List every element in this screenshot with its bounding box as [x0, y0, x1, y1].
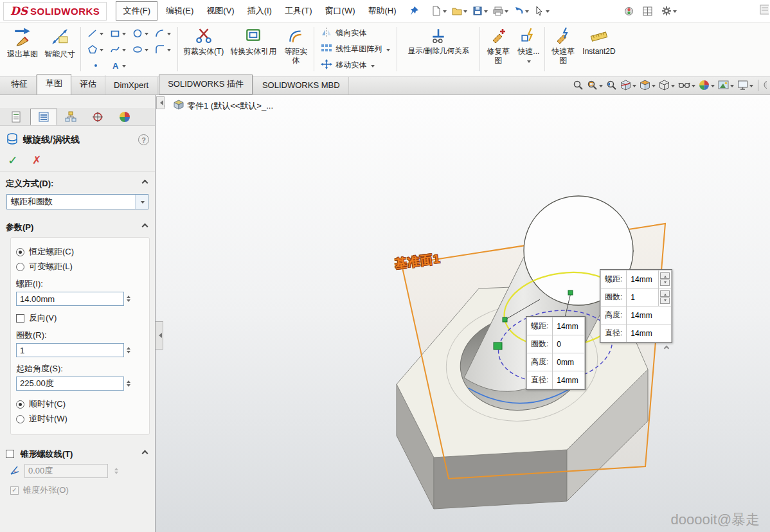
pitch-callout-spinner-up[interactable] — [660, 272, 670, 279]
linear-sketch-pattern-button[interactable]: 线性草图阵列 — [319, 42, 392, 57]
tab-features[interactable]: 特征 — [3, 75, 37, 94]
rebuild-icon[interactable] — [622, 4, 636, 18]
pitch-callout-spinner-down[interactable] — [660, 279, 670, 286]
pitch-input[interactable]: 14.00mm — [16, 292, 124, 306]
menu-insert[interactable]: 插入(I) — [241, 2, 278, 20]
zoom-fit-button[interactable] — [572, 78, 584, 92]
spline-tool[interactable] — [107, 41, 129, 57]
menu-file[interactable]: 文件(F) — [116, 1, 157, 21]
text-tool[interactable]: A — [107, 57, 129, 73]
graphics-area[interactable]: 零件1 (默认<<默认>_... 基准面1 螺距:14mm 圈数:0 高度:0m… — [156, 95, 770, 532]
ellipse-tool[interactable] — [129, 41, 152, 57]
definition-section-header[interactable]: 定义方式(D): — [0, 172, 155, 192]
revolutions-callout-spinner-up[interactable] — [660, 290, 670, 297]
polygon-tool[interactable] — [84, 41, 107, 57]
offset-entities-button[interactable]: 等距实体 — [280, 25, 312, 67]
help-icon[interactable]: ? — [138, 134, 149, 145]
drag-handle[interactable] — [494, 342, 502, 350]
pin-menu-icon[interactable] — [409, 6, 419, 16]
move-entities-button[interactable]: 移动实体 — [319, 58, 392, 73]
taper-angle-row: 0.00度 — [9, 464, 148, 478]
revolutions-input[interactable]: 1 — [16, 343, 124, 357]
view-settings-button[interactable] — [737, 78, 754, 92]
configurationmanager-tab[interactable] — [57, 109, 84, 125]
undo-button[interactable] — [512, 4, 531, 18]
toolbar-overflow-icon[interactable] — [760, 4, 769, 18]
circle-tool[interactable] — [129, 25, 152, 41]
rectangle-tool[interactable] — [107, 25, 129, 41]
callout-collapse-button[interactable] — [661, 344, 672, 352]
clockwise-radio[interactable]: 顺时针(C) — [16, 398, 144, 410]
display-pane-toggle[interactable] — [156, 96, 165, 109]
taper-section-header[interactable]: 锥形螺纹线(T) — [0, 443, 155, 463]
start-angle-spinner[interactable] — [127, 378, 130, 389]
quick-snaps-button[interactable]: 快速... — [514, 25, 542, 67]
reverse-checkbox[interactable]: 反向(V) — [16, 312, 144, 324]
mirror-entities-button[interactable]: 镜向实体 — [319, 26, 392, 40]
apply-scene-button[interactable] — [717, 78, 735, 92]
smart-dimension-button[interactable]: 智能尺寸 — [41, 25, 78, 60]
open-document-button[interactable] — [450, 4, 469, 18]
repair-sketch-button[interactable]: 修复草图 — [482, 25, 514, 67]
convert-entities-button[interactable]: 转换实体引用 — [227, 25, 280, 58]
dimxpertmanager-tab[interactable] — [84, 109, 111, 125]
rapid-sketch-button[interactable]: 快速草图 — [547, 25, 579, 67]
tab-addins[interactable]: SOLIDWORKS 插件 — [159, 75, 253, 94]
arc-tool[interactable] — [152, 25, 174, 41]
flyout-feature-tree[interactable]: 零件1 (默认<<默认>_... — [162, 100, 273, 112]
menu-edit[interactable]: 编辑(E) — [159, 2, 200, 20]
ok-button[interactable]: ✓ — [8, 153, 18, 167]
menu-help[interactable]: 帮助(H) — [362, 2, 403, 20]
edit-appearance-button[interactable] — [698, 78, 715, 92]
definition-dropdown[interactable]: 螺距和圈数 — [6, 194, 148, 209]
cancel-button[interactable]: ✗ — [32, 154, 41, 166]
print-button[interactable] — [491, 4, 510, 18]
tab-mbd[interactable]: SOLIDWORKS MBD — [254, 77, 349, 94]
logo-ds: DS — [10, 4, 28, 17]
menu-tools[interactable]: 工具(T) — [278, 2, 319, 20]
view-orientation-button[interactable] — [639, 78, 656, 92]
exit-sketch-button[interactable]: 退出草图 — [4, 25, 41, 60]
start-angle-input[interactable]: 225.00度 — [16, 377, 124, 391]
line-tool[interactable] — [84, 25, 107, 41]
trim-entities-button[interactable]: 剪裁实体(T) — [180, 25, 227, 58]
tab-sketch[interactable]: 草图 — [37, 74, 71, 94]
hud-overflow-icon[interactable] — [762, 78, 767, 92]
tab-evaluate[interactable]: 评估 — [71, 75, 105, 94]
start-point-marker[interactable] — [503, 317, 507, 322]
options-gear-button[interactable] — [659, 4, 679, 18]
variable-pitch-radio[interactable]: 可变螺距(L) — [16, 261, 144, 272]
zoom-area-button[interactable] — [586, 78, 604, 92]
display-style-button[interactable] — [658, 78, 676, 92]
end-point-marker[interactable] — [568, 290, 573, 295]
propertymanager-tab[interactable] — [30, 109, 57, 125]
pitch-spinner[interactable] — [127, 294, 130, 304]
revolutions-callout-spinner-down[interactable] — [660, 297, 670, 304]
previous-view-button[interactable] — [605, 78, 618, 92]
tab-dimxpert[interactable]: DimXpert — [105, 77, 157, 94]
3d-scene[interactable] — [156, 95, 770, 532]
menu-view[interactable]: 视图(V) — [200, 2, 240, 20]
point-tool[interactable] — [84, 57, 107, 73]
save-button[interactable] — [470, 4, 490, 18]
constant-pitch-radio[interactable]: 恒定螺距(C) — [16, 246, 144, 258]
featuremanager-tab[interactable] — [3, 109, 30, 125]
display-delete-relations-button[interactable]: 显示/删除几何关系 — [399, 25, 478, 58]
parameters-section-header[interactable]: 参数(P) — [0, 216, 155, 236]
taper-checkbox[interactable] — [6, 450, 14, 458]
linear-pattern-icon — [321, 43, 332, 55]
fillet-tool[interactable] — [152, 41, 174, 57]
panel-collapse-handle[interactable] — [156, 321, 163, 350]
new-document-button[interactable] — [429, 4, 449, 18]
section-view-button[interactable] — [620, 78, 637, 92]
watermark: dooooit@暴走 — [670, 510, 760, 529]
counterclockwise-radio[interactable]: 逆时针(W) — [16, 413, 144, 425]
select-button[interactable] — [532, 4, 551, 18]
displaymanager-tab[interactable] — [111, 109, 138, 125]
menu-window[interactable]: 窗口(W) — [319, 2, 362, 20]
instant2d-button[interactable]: Instant2D — [579, 25, 618, 58]
hide-show-items-button[interactable] — [677, 78, 696, 92]
revolutions-spinner[interactable] — [127, 345, 130, 355]
dropdown-arrow-icon[interactable] — [135, 195, 148, 209]
file-properties-icon[interactable] — [641, 4, 654, 18]
